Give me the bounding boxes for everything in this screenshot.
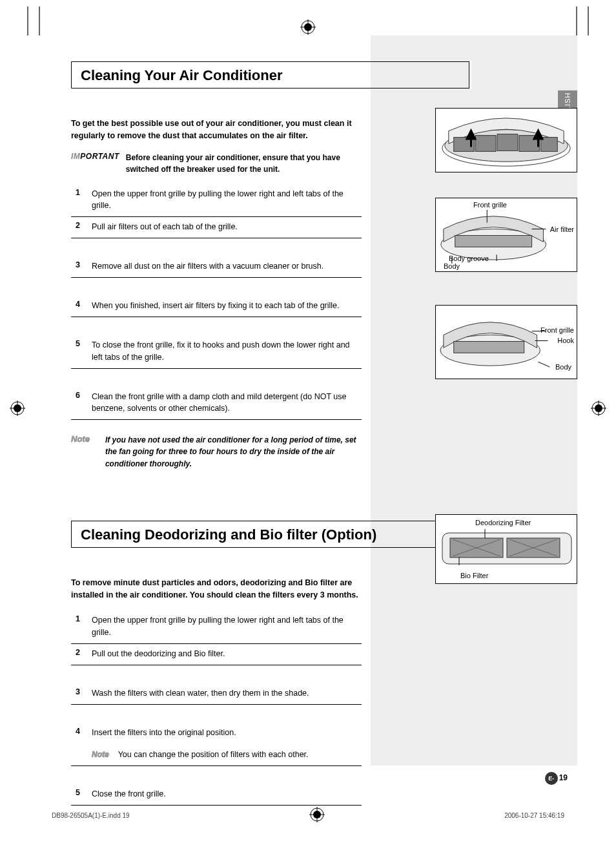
diagram-label: Bio Filter (460, 572, 573, 579)
svg-line-29 (539, 362, 550, 367)
step-number: 2 (71, 648, 80, 660)
registration-mark-icon (591, 401, 606, 419)
svg-rect-26 (454, 341, 524, 353)
note-text: You can change the position of filters w… (118, 750, 309, 759)
step-number: 1 (71, 614, 80, 638)
diagram-label: Deodorizing Filter (475, 519, 573, 526)
section-title-box: Cleaning Deodorizing and Bio filter (Opt… (71, 521, 471, 548)
note-label: Note (71, 434, 90, 470)
step-row: 6Clean the front grille with a damp clot… (71, 387, 362, 420)
diagram-label: Body groove (449, 255, 489, 262)
crop-mark (27, 6, 28, 36)
diagram-open-grille (435, 108, 577, 172)
footer-filename: DB98-26505A(1)-E.indd 19 (52, 812, 130, 819)
step-text: Close the front grille. (92, 788, 166, 800)
svg-rect-17 (519, 136, 540, 152)
step-text: Wash the filters with clean water, then … (92, 687, 309, 699)
page-number: E-19 (545, 771, 568, 785)
svg-rect-16 (497, 134, 518, 151)
diagram-label: Hook (557, 337, 574, 344)
svg-rect-18 (540, 138, 557, 152)
step-number: 5 (71, 339, 80, 362)
step-number: 5 (71, 788, 80, 800)
diagram-label: Air filter (550, 225, 574, 233)
section-title: Cleaning Your Air Conditioner (81, 67, 462, 84)
step-number: 4 (71, 300, 80, 311)
step-row: 2Pull air filters out of each tab of the… (71, 217, 362, 238)
inline-note: Note You can change the position of filt… (92, 750, 363, 759)
step-row: 4Insert the filters into the original po… (71, 723, 362, 744)
step-number: 2 (71, 221, 80, 233)
step-row: 4When you finished, insert air filters b… (71, 296, 362, 317)
page: ENGLISH Cleaning Your Air Conditioner To… (0, 0, 616, 843)
note: Note If you have not used the air condit… (71, 434, 368, 470)
step-number: 3 (71, 687, 80, 699)
step-text: Open the upper front grille by pulling t… (92, 188, 362, 211)
diagram-filters: Deodorizing Filter Bio Filter (435, 514, 577, 584)
important-text: Before cleaning your air conditioner, en… (126, 152, 368, 175)
step-text: To close the front grille, fix it to hoo… (92, 339, 362, 362)
page-number-value: 19 (559, 773, 568, 782)
important-note: IMPORTANT Before cleaning your air condi… (71, 152, 368, 175)
crop-mark (576, 6, 577, 36)
step-row: 5To close the front grille, fix it to ho… (71, 335, 362, 368)
svg-rect-15 (475, 136, 496, 152)
svg-rect-20 (455, 235, 532, 247)
section-title: Cleaning Deodorizing and Bio filter (Opt… (81, 526, 462, 543)
registration-mark-icon (309, 807, 325, 824)
note-text: If you have not used the air conditioner… (105, 434, 368, 470)
step-number: 6 (71, 391, 80, 414)
step-number: 4 (71, 727, 80, 738)
step-row: 2Pull out the deodorizing and Bio filter… (71, 644, 362, 665)
diagram-parts: Front grille Air filter Body groove Body (435, 198, 577, 272)
step-row: 1Open the upper front grille by pulling … (71, 184, 362, 217)
footer: DB98-26505A(1)-E.indd 19 2006-10-27 15:4… (52, 807, 564, 824)
registration-mark-icon (300, 19, 316, 37)
step-text: When you finished, insert air filters by… (92, 300, 340, 311)
step-number: 3 (71, 260, 80, 272)
step-text: Open the upper front grille by pulling t… (92, 614, 362, 638)
diagram-label: Body (444, 262, 460, 270)
step-text: Pull air filters out of each tab of the … (92, 221, 238, 233)
diagram-label: Body (555, 363, 571, 371)
section-title-box: Cleaning Your Air Conditioner (71, 61, 471, 88)
step-row: 1Open the upper front grille by pulling … (71, 610, 362, 643)
step-text: Remove all dust on the air filters with … (92, 260, 323, 272)
step-number: 1 (71, 188, 80, 211)
step-text: Pull out the deodorizing and Bio filter. (92, 648, 225, 660)
note-label: Note (92, 750, 109, 759)
diagram-label: Front grille (540, 326, 574, 334)
footer-timestamp: 2006-10-27 15:46:19 (504, 812, 564, 819)
step-row: 3Wash the filters with clean water, then… (71, 683, 362, 705)
step-row: 5Close the front grille. (71, 784, 362, 806)
registration-mark-icon (10, 401, 25, 419)
step-text: Clean the front grille with a damp cloth… (92, 391, 362, 414)
crop-mark (588, 6, 589, 36)
diagram-label: Front grille (473, 201, 507, 209)
step-text: Insert the filters into the original pos… (92, 727, 236, 738)
crop-mark (39, 6, 40, 36)
content: Cleaning Your Air Conditioner To get the… (71, 61, 575, 806)
step-row: 3Remove all dust on the air filters with… (71, 256, 362, 278)
intro-text: To remove minute dust particles and odor… (71, 577, 368, 602)
intro-text: To get the best possible use out of your… (71, 118, 368, 143)
diagram-close-grille: Front grille Hook Body (435, 305, 577, 379)
page-prefix-badge: E- (545, 772, 558, 785)
important-label: IMPORTANT (71, 152, 119, 175)
